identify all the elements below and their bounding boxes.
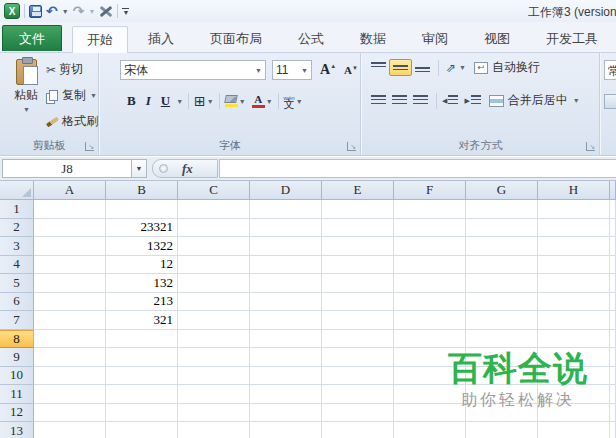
cell-G6[interactable] <box>466 293 538 312</box>
cell-D6[interactable] <box>250 293 322 312</box>
redo-icon[interactable]: ↷ <box>73 5 85 17</box>
tab-insert[interactable]: 插入 <box>134 26 188 52</box>
cell-C9[interactable] <box>178 348 250 367</box>
cell-D7[interactable] <box>250 311 322 330</box>
row-header-9[interactable]: 9 <box>0 348 34 367</box>
cell-A11[interactable] <box>34 385 106 404</box>
cell-G1[interactable] <box>466 200 538 219</box>
cell-partial[interactable] <box>610 311 616 330</box>
undo-dropdown-icon[interactable]: ▼ <box>62 8 69 15</box>
align-middle-button[interactable] <box>389 59 412 76</box>
cell-C8[interactable] <box>178 330 250 349</box>
row-header-11[interactable]: 11 <box>0 385 34 404</box>
cell-partial[interactable] <box>610 256 616 275</box>
merge-dropdown-icon[interactable]: ▼ <box>573 97 580 104</box>
name-box-dropdown-icon[interactable]: ▼ <box>132 159 147 178</box>
cell-C7[interactable] <box>178 311 250 330</box>
cell-E13[interactable] <box>322 422 394 438</box>
cell-G10[interactable] <box>466 367 538 386</box>
row-header-3[interactable]: 3 <box>0 237 34 256</box>
font-size-dropdown-icon[interactable]: ▼ <box>301 67 308 74</box>
row-header-13[interactable]: 13 <box>0 422 34 438</box>
phonetic-guide-icon[interactable]: wén 文 <box>284 95 295 107</box>
cell-E6[interactable] <box>322 293 394 312</box>
cell-G11[interactable] <box>466 385 538 404</box>
tab-review[interactable]: 审阅 <box>408 26 462 52</box>
cell-partial[interactable] <box>610 348 616 367</box>
column-header-G[interactable]: G <box>466 181 538 200</box>
cell-A13[interactable] <box>34 422 106 438</box>
row-header-8[interactable]: 8 <box>0 330 34 349</box>
cell-H1[interactable] <box>538 200 610 219</box>
cell-C3[interactable] <box>178 237 250 256</box>
cell-D10[interactable] <box>250 367 322 386</box>
cell-C1[interactable] <box>178 200 250 219</box>
column-header-E[interactable]: E <box>322 181 394 200</box>
row-header-10[interactable]: 10 <box>0 367 34 386</box>
increase-indent-icon[interactable]: ▶ <box>464 95 480 106</box>
cell-C12[interactable] <box>178 404 250 423</box>
cell-H6[interactable] <box>538 293 610 312</box>
cell-H8[interactable] <box>538 330 610 349</box>
cell-partial[interactable] <box>610 404 616 423</box>
name-box[interactable]: J8 <box>2 159 132 178</box>
grow-font-button[interactable]: A▲ <box>320 62 336 78</box>
format-painter-button[interactable]: 格式刷 <box>46 113 98 130</box>
decrease-indent-icon[interactable]: ◀ <box>442 95 458 106</box>
excel-logo-icon[interactable]: X <box>4 3 20 19</box>
tab-file[interactable]: 文件 <box>2 25 62 51</box>
cell-partial[interactable] <box>610 422 616 438</box>
cell-G7[interactable] <box>466 311 538 330</box>
cell-G8[interactable] <box>466 330 538 349</box>
column-header-partial[interactable] <box>610 181 616 200</box>
cell-partial[interactable] <box>610 367 616 386</box>
orientation-dropdown-icon[interactable]: ▼ <box>459 64 466 71</box>
column-header-C[interactable]: C <box>178 181 250 200</box>
cell-D5[interactable] <box>250 274 322 293</box>
phonetic-dropdown-icon[interactable]: ▼ <box>296 98 303 105</box>
cell-H10[interactable] <box>538 367 610 386</box>
font-name-dropdown-icon[interactable]: ▼ <box>255 67 262 74</box>
cell-partial[interactable] <box>610 274 616 293</box>
cell-F4[interactable] <box>394 256 466 275</box>
copy-button[interactable]: 复制 ▼ <box>46 87 98 104</box>
cell-E2[interactable] <box>322 219 394 238</box>
cell-A1[interactable] <box>34 200 106 219</box>
cell-G4[interactable] <box>466 256 538 275</box>
tab-home[interactable]: 开始 <box>72 26 128 53</box>
cell-H11[interactable] <box>538 385 610 404</box>
cell-B2[interactable]: 23321 <box>106 219 178 238</box>
cell-A4[interactable] <box>34 256 106 275</box>
cell-B10[interactable] <box>106 367 178 386</box>
cell-F12[interactable] <box>394 404 466 423</box>
cut-button[interactable]: ✂ 剪切 <box>46 61 98 78</box>
cell-B13[interactable] <box>106 422 178 438</box>
cell-A8[interactable] <box>34 330 106 349</box>
column-header-D[interactable]: D <box>250 181 322 200</box>
cell-E3[interactable] <box>322 237 394 256</box>
cell-F3[interactable] <box>394 237 466 256</box>
column-header-A[interactable]: A <box>34 181 106 200</box>
italic-button[interactable]: I <box>141 93 156 109</box>
font-dialog-launcher-icon[interactable]: ↘ <box>347 142 356 151</box>
formula-input[interactable] <box>219 159 616 178</box>
cell-C2[interactable] <box>178 219 250 238</box>
cell-C4[interactable] <box>178 256 250 275</box>
tab-developer[interactable]: 开发工具 <box>532 26 612 52</box>
cell-D8[interactable] <box>250 330 322 349</box>
tab-page-layout[interactable]: 页面布局 <box>196 26 276 52</box>
cell-F9[interactable] <box>394 348 466 367</box>
column-header-H[interactable]: H <box>538 181 610 200</box>
cell-D9[interactable] <box>250 348 322 367</box>
cell-E4[interactable] <box>322 256 394 275</box>
cell-C6[interactable] <box>178 293 250 312</box>
cell-G5[interactable] <box>466 274 538 293</box>
wrap-text-button[interactable]: ↩ 自动换行 <box>474 59 540 76</box>
cell-partial[interactable] <box>610 200 616 219</box>
font-name-combo[interactable]: 宋体 ▼ <box>120 60 266 80</box>
select-all-corner[interactable] <box>0 181 34 200</box>
cell-E10[interactable] <box>322 367 394 386</box>
cell-G2[interactable] <box>466 219 538 238</box>
cell-E5[interactable] <box>322 274 394 293</box>
cell-F13[interactable] <box>394 422 466 438</box>
